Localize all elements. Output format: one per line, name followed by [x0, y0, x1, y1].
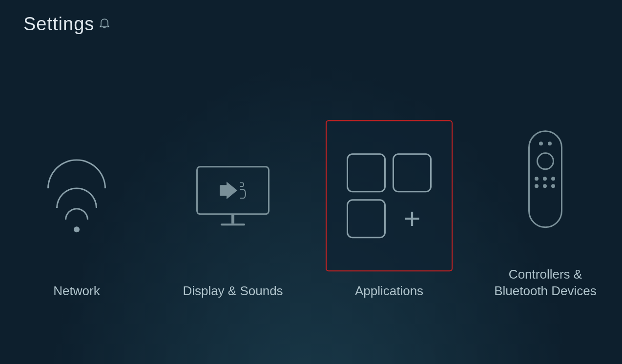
wifi-arc-large — [47, 159, 106, 188]
wifi-dot — [74, 226, 80, 232]
speaker-wave-small — [240, 182, 244, 187]
tv-body — [196, 166, 270, 215]
remote-grid-dot-5 — [543, 184, 547, 188]
remote-grid-dot-1 — [535, 177, 539, 181]
page-title: Settings — [23, 14, 110, 35]
remote-dot-1 — [539, 142, 543, 145]
display-icon — [196, 166, 270, 225]
app-square-1 — [347, 153, 386, 192]
remote-grid-dot-2 — [543, 177, 547, 181]
remote-grid-dot-3 — [551, 177, 555, 181]
app-plus: + — [393, 199, 432, 238]
network-label: Network — [53, 283, 100, 300]
remote-icon — [528, 130, 562, 228]
app-square-3 — [347, 199, 386, 238]
settings-item-network[interactable]: Network — [13, 120, 140, 300]
notification-icon — [99, 19, 110, 30]
remote-grid-dot-6 — [551, 184, 555, 188]
app-square-2 — [393, 153, 432, 192]
settings-item-applications[interactable]: + Applications — [326, 120, 453, 300]
apps-icon: + — [337, 143, 441, 248]
settings-item-display-sounds[interactable]: Display & Sounds — [169, 120, 296, 300]
wifi-arc-medium — [56, 187, 97, 208]
remote-circle — [537, 152, 554, 170]
controllers-label: Controllers & Bluetooth Devices — [482, 266, 609, 300]
applications-icon-box: + — [326, 120, 453, 271]
controllers-icon-box — [482, 103, 609, 255]
network-icon-box — [13, 120, 140, 271]
settings-label: Settings — [23, 14, 94, 35]
display-sounds-icon-box — [169, 120, 296, 271]
speaker-cone — [227, 182, 237, 199]
wifi-arc-small — [65, 208, 88, 220]
settings-grid: Network Display & Soun — [13, 103, 609, 300]
display-sounds-label: Display & Sounds — [183, 283, 283, 300]
remote-dot-2 — [548, 142, 552, 145]
applications-label: Applications — [355, 283, 423, 300]
speaker-wave-large — [240, 189, 246, 199]
tv-base — [221, 223, 245, 225]
wifi-icon — [47, 159, 106, 232]
remote-grid-dot-4 — [535, 184, 539, 188]
settings-item-controllers[interactable]: Controllers & Bluetooth Devices — [482, 103, 609, 300]
plus-symbol: + — [403, 204, 420, 233]
remote-top-dots — [539, 142, 552, 145]
remote-body — [528, 130, 562, 228]
remote-dots-grid — [535, 177, 556, 188]
speaker-waves — [240, 182, 246, 199]
tv-stand — [231, 215, 234, 223]
speaker-inner — [220, 182, 246, 199]
